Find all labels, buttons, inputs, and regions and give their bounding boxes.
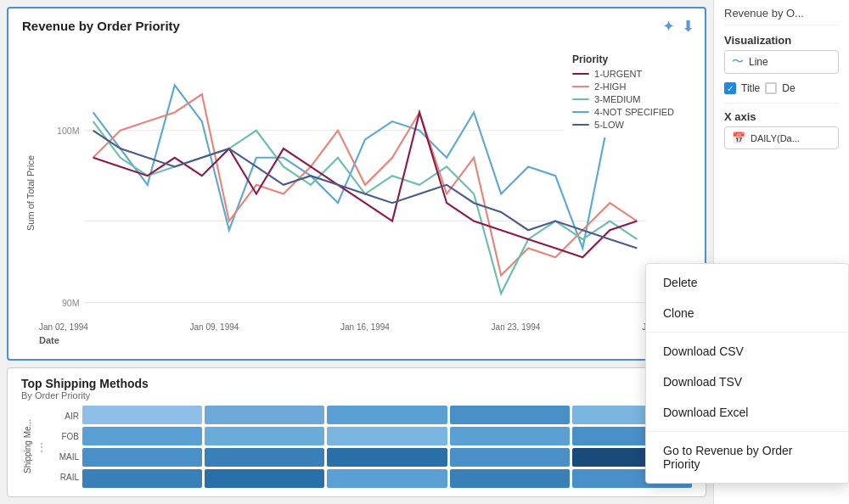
legend-label-medium: 3-MEDIUM [594,94,640,104]
move-icon[interactable]: ✦ [662,19,675,34]
heatmap-cell [327,469,447,488]
heatmap-cell [82,406,202,424]
desc-checkbox[interactable] [765,82,777,94]
x-tick-4: Jan 23, 1994 [492,322,541,332]
heatmap-y-labels: AIR FOB MAIL RAIL [53,406,79,488]
heatmap-cell [450,469,570,488]
x-tick-1: Jan 02, 1994 [39,322,88,332]
line-chart-icon: 〜 [732,54,744,70]
viz-type-selector[interactable]: 〜 Line [724,50,839,74]
heatmap-area: Shipping Me... ⋮ AIR FOB MAIL RAIL [21,406,692,488]
heatmap-y-axis-label: Shipping Me... [21,406,33,488]
y-label-mail: MAIL [53,452,79,462]
legend-label-urgent: 1-URGENT [594,69,642,79]
x-tick-3: Jan 16, 1994 [340,322,390,332]
x-axis-label: Date [39,335,691,345]
y-label-fob: FOB [53,432,79,441]
context-menu-clone[interactable]: Clone [646,298,848,328]
heatmap-cell [205,406,324,424]
shipping-title: Top Shipping Methods [21,377,692,390]
legend-item-high: 2-HIGH [572,81,674,92]
shipping-chart: Top Shipping Methods By Order Priority S… [7,367,706,497]
heatmap-cell [82,427,202,445]
chart-body: Sum of Total Price 100M 90M [22,40,691,345]
heatmap-cell [82,448,202,467]
legend-line-low [572,124,589,126]
legend-label-not-specified: 4-NOT SPECIFIED [594,107,674,117]
calendar-icon: 📅 [732,132,745,144]
svg-text:90M: 90M [62,298,80,308]
legend-line-medium [572,98,589,100]
x-axis-section: X axis 📅 DAILY(Da... [724,103,839,149]
heatmap-grid [82,406,692,488]
svg-text:100M: 100M [57,126,80,136]
heatmap-cell [450,406,570,424]
revenue-chart: Revenue by Order Priority ✦ ⬇ Sum of Tot… [7,7,706,361]
context-menu-download-excel[interactable]: Download Excel [646,397,848,428]
viz-type-label: Line [749,56,768,68]
title-checkbox[interactable]: ✓ [724,82,736,94]
heatmap-cell [327,406,447,424]
context-menu: Delete Clone Download CSV Download TSV D… [645,263,849,484]
x-axis-ticks: Jan 02, 1994 Jan 09, 1994 Jan 16, 1994 J… [39,321,691,333]
heatmap-cell [327,448,447,467]
heatmap-cell [327,427,447,445]
chart-title: Revenue by Order Priority [22,19,691,33]
right-panel: Revenue by O... Visualization 〜 Line ✓ T… [713,0,849,504]
y-axis-label: Sum of Total Price [22,40,39,345]
visualization-label: Visualization [724,34,839,47]
right-panel-title: Revenue by O... [724,7,839,25]
context-menu-goto[interactable]: Go to Revenue by Order Priority [646,435,848,479]
title-checkbox-row: ✓ Title De [724,82,839,94]
heatmap-cell [82,469,202,488]
heatmap-row-rail [82,469,692,488]
y-label-air: AIR [53,412,79,421]
daily-label: DAILY(Da... [751,133,800,143]
legend-item-not-specified: 4-NOT SPECIFIED [572,107,674,117]
heatmap-cell [450,448,570,467]
legend-label-high: 2-HIGH [594,81,626,92]
legend-item-urgent: 1-URGENT [572,69,674,79]
x-axis-section-label: X axis [724,110,839,123]
download-icon[interactable]: ⬇ [682,19,694,34]
context-menu-download-tsv[interactable]: Download TSV [646,367,848,397]
heatmap-dots: ⋮ [37,406,50,488]
chart-legend: Priority 1-URGENT 2-HIGH 3-MEDIUM 4-NOT … [564,48,683,137]
desc-label: De [782,82,795,94]
legend-line-high [572,86,589,87]
legend-line-not-specified [572,111,589,113]
heatmap-row-air [82,406,692,424]
heatmap-row-fob [82,427,692,445]
shipping-subtitle: By Order Priority [21,390,692,400]
daily-selector[interactable]: 📅 DAILY(Da... [724,126,839,149]
heatmap-cell [205,448,324,467]
context-menu-delete[interactable]: Delete [646,267,848,298]
visualization-section: Visualization 〜 Line [724,34,839,74]
context-menu-divider-2 [646,431,848,432]
legend-title: Priority [572,53,674,65]
y-label-rail: RAIL [53,473,79,482]
context-menu-divider-1 [646,332,848,333]
heatmap-cell [205,427,324,445]
context-menu-download-csv[interactable]: Download CSV [646,336,848,367]
legend-label-low: 5-LOW [594,120,624,130]
heatmap-cell [205,469,324,488]
x-tick-2: Jan 09, 1994 [190,322,239,332]
legend-item-medium: 3-MEDIUM [572,94,674,104]
legend-item-low: 5-LOW [572,120,674,130]
legend-line-urgent [572,73,589,75]
chart-actions: ✦ ⬇ [662,19,694,34]
heatmap-cell [450,427,570,445]
title-label: Title [741,82,760,94]
heatmap-row-mail [82,448,692,467]
